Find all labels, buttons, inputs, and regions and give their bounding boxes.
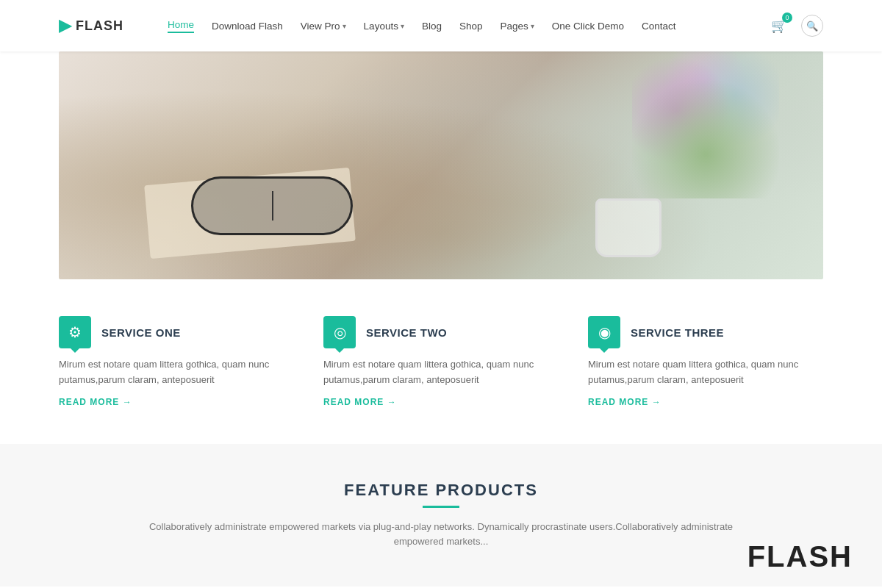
- nav-actions: 🛒 0 🔍: [767, 14, 823, 37]
- service-icon-1: ⚙: [68, 323, 82, 341]
- nav-item-home[interactable]: Home: [168, 19, 194, 33]
- hero-banner: WELCOME TO FLASH Slider Subtitle Goes He…: [59, 51, 823, 279]
- cart-badge: 0: [782, 12, 792, 23]
- cart-button[interactable]: 🛒 0: [767, 14, 791, 37]
- hero-background: [59, 51, 823, 279]
- nav-item-layouts[interactable]: Layouts▾: [364, 21, 404, 32]
- header: ▶ FLASH HomeDownload FlashView Pro▾Layou…: [0, 0, 882, 51]
- logo-icon: ▶: [59, 16, 71, 35]
- services-section: ⚙ SERVICE ONE Mirum est notare quam litt…: [0, 279, 882, 429]
- nav-item-blog[interactable]: Blog: [422, 21, 442, 32]
- service-title-1: SERVICE ONE: [101, 326, 181, 339]
- service-title-2: SERVICE TWO: [366, 326, 447, 339]
- glasses-decoration: [191, 176, 353, 235]
- feature-products-subtitle: Collaboratively administrate empowered m…: [147, 520, 735, 551]
- service-header-1: ⚙ SERVICE ONE: [59, 316, 294, 348]
- service-icon-box-1: ⚙: [59, 316, 91, 348]
- service-header-3: ◉ SERVICE THREE: [588, 316, 823, 348]
- nav-item-pages[interactable]: Pages▾: [500, 21, 534, 32]
- chevron-down-icon: ▾: [401, 22, 404, 30]
- service-text-2: Mirum est notare quam littera gothica, q…: [323, 357, 559, 388]
- service-title-3: SERVICE THREE: [631, 326, 724, 339]
- feature-products-title: FEATURE PRODUCTS: [59, 481, 823, 500]
- hero-section: WELCOME TO FLASH Slider Subtitle Goes He…: [0, 51, 882, 279]
- nav-item-one-click-demo[interactable]: One Click Demo: [552, 21, 624, 32]
- search-icon: 🔍: [806, 21, 818, 32]
- service-text-1: Mirum est notare quam littera gothica, q…: [59, 357, 294, 388]
- service-card-2: ◎ SERVICE TWO Mirum est notare quam litt…: [323, 316, 559, 407]
- chevron-down-icon: ▾: [531, 22, 534, 30]
- service-icon-2: ◎: [334, 323, 346, 341]
- nav-item-view-pro[interactable]: View Pro▾: [301, 21, 346, 32]
- watermark: FLASH: [747, 540, 853, 573]
- service-read-more-3[interactable]: READ MORE →: [588, 397, 823, 407]
- service-icon-3: ◉: [598, 323, 611, 341]
- service-read-more-2[interactable]: READ MORE →: [323, 397, 559, 407]
- logo[interactable]: ▶ FLASH: [59, 16, 123, 35]
- service-text-3: Mirum est notare quam littera gothica, q…: [588, 357, 823, 388]
- nav-item-download-flash[interactable]: Download Flash: [212, 21, 283, 32]
- flowers-decoration: [632, 51, 779, 198]
- main-nav: HomeDownload FlashView Pro▾Layouts▾BlogS…: [168, 19, 767, 33]
- feature-underline: [423, 506, 459, 508]
- service-card-1: ⚙ SERVICE ONE Mirum est notare quam litt…: [59, 316, 294, 407]
- service-card-3: ◉ SERVICE THREE Mirum est notare quam li…: [588, 316, 823, 407]
- service-icon-box-3: ◉: [588, 316, 620, 348]
- logo-text: FLASH: [76, 18, 123, 34]
- service-icon-box-2: ◎: [323, 316, 356, 348]
- nav-item-contact[interactable]: Contact: [642, 21, 676, 32]
- cup-decoration: [595, 198, 662, 257]
- nav-item-shop[interactable]: Shop: [459, 21, 483, 32]
- service-read-more-1[interactable]: READ MORE →: [59, 397, 294, 407]
- service-header-2: ◎ SERVICE TWO: [323, 316, 559, 348]
- search-button[interactable]: 🔍: [801, 15, 823, 37]
- chevron-down-icon: ▾: [343, 22, 346, 30]
